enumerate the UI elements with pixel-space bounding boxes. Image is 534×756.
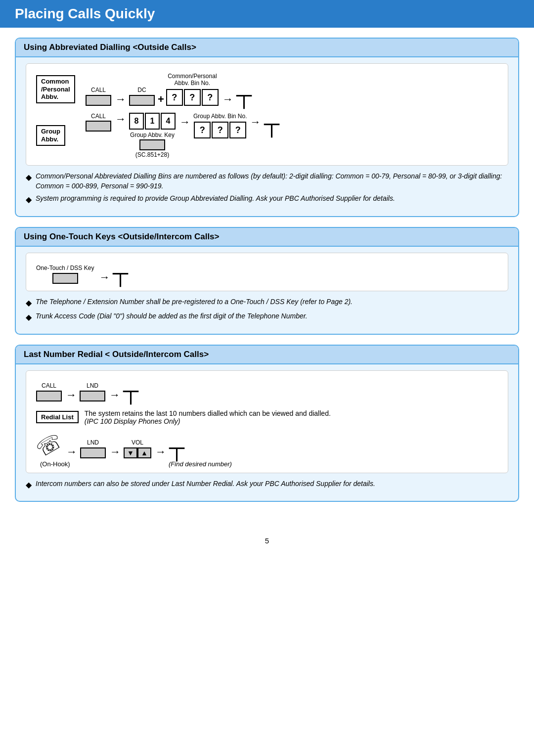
group-bin-q2: ? — [212, 122, 228, 138]
vol-up-key: ▲ — [137, 447, 151, 458]
arrow-10: → — [110, 445, 121, 458]
section1-notes: ◆ Common/Personal Abbreviated Dialling B… — [26, 172, 508, 206]
label-common-personal: Common /Personal Abbv. — [36, 75, 81, 103]
section-one-touch: Using One-Touch Keys <Outside/Intercom C… — [15, 227, 519, 335]
phone-onhook-icon: ☏ — [32, 428, 66, 462]
arrow-4: → — [179, 116, 190, 129]
phone-icon-4: ┬ — [123, 380, 138, 401]
onetouch-key — [52, 273, 78, 284]
arrow-8: → — [109, 389, 120, 401]
label-onhook: (On-Hook) — [40, 460, 129, 468]
label-group-abbv-key: Group Abbv. Key — [130, 132, 175, 138]
call-key-2 — [86, 121, 111, 132]
note-item: ◆ The Telephone / Extension Number shall… — [26, 297, 508, 309]
label-dc: DC — [137, 87, 146, 93]
lnd-key-1 — [80, 391, 105, 401]
call-key-1 — [86, 95, 111, 106]
vol-keys: ▼ ▲ — [124, 447, 151, 458]
phone-icon-5: ┬ — [169, 437, 184, 458]
section1-title: Using Abbreviated Dialling <Outside Call… — [16, 39, 518, 57]
vol-down-key: ▼ — [124, 447, 137, 458]
redial-list-note: The system retains the last 10 numbers d… — [85, 409, 331, 425]
arrow-11: → — [155, 445, 166, 458]
label-group-bin: Group Abbv. Bin No. — [193, 113, 247, 120]
label-lnd-1: LND — [87, 382, 98, 389]
note-item: ◆ Trunk Access Code (Dial "0") should be… — [26, 311, 508, 323]
plus-sign: + — [158, 93, 164, 106]
num-key-8: 8 — [129, 113, 144, 130]
diagram-redial: CALL → LND → ┬ Redial List The system — [26, 370, 508, 473]
page-title: Placing Calls Quickly — [0, 0, 534, 28]
note-item: ◆ System programming is required to prov… — [26, 194, 508, 205]
arrow-1: → — [115, 93, 126, 106]
redial-list-box: Redial List — [36, 411, 79, 423]
lnd-key-2 — [80, 447, 106, 458]
arrow-2: → — [222, 93, 233, 106]
abbv-bin-q1: ? — [166, 89, 183, 106]
diagram-onetouch: One-Touch / DSS Key → ┬ — [26, 253, 508, 291]
label-lnd-2: LND — [87, 439, 99, 446]
note-item: ◆ Intercom numbers can also be stored un… — [26, 479, 508, 490]
page-number: 5 — [0, 536, 534, 545]
group-abbv-key — [139, 139, 165, 150]
label-vol: VOL — [132, 439, 143, 446]
arrow-9: → — [66, 445, 77, 458]
section-last-number-redial: Last Number Redial < Outside/Intercom Ca… — [15, 345, 519, 502]
diagram-abbreviated: Common /Personal Abbv. CALL → DC + — [26, 63, 508, 166]
label-common-personal-2: Common/Personal Abbv. Bin No. — [168, 73, 217, 87]
abbv-bin-q3: ? — [202, 89, 219, 106]
group-bin-q1: ? — [194, 122, 211, 138]
section-abbreviated-dialling: Using Abbreviated Dialling <Outside Call… — [15, 38, 519, 217]
arrow-5: → — [250, 116, 261, 129]
label-find-number: (Find desired number) — [169, 460, 232, 468]
phone-icon-3: ┬ — [113, 262, 128, 284]
section3-title: Last Number Redial < Outside/Intercom Ca… — [16, 346, 518, 364]
label-call-1: CALL — [91, 87, 106, 93]
num-key-4: 4 — [161, 113, 176, 130]
phone-icon-2: ┬ — [264, 113, 279, 134]
label-group-abbv: Group Abbv. — [36, 125, 81, 145]
group-bin-q3: ? — [229, 122, 246, 138]
call-key-3 — [36, 391, 62, 401]
note-item: ◆ Common/Personal Abbreviated Dialling B… — [26, 172, 508, 191]
arrow-6: → — [99, 271, 110, 284]
label-call-2: CALL — [91, 113, 106, 120]
arrow-3: → — [115, 113, 126, 126]
section3-notes: ◆ Intercom numbers can also be stored un… — [26, 479, 508, 490]
abbv-bin-q2: ? — [184, 89, 201, 106]
section2-title: Using One-Touch Keys <Outside/Intercom C… — [16, 228, 518, 247]
sc-label: (SC.851+28) — [135, 151, 169, 158]
label-call-3: CALL — [42, 382, 56, 389]
phone-icon-1: ┬ — [236, 84, 252, 106]
section2-notes: ◆ The Telephone / Extension Number shall… — [26, 297, 508, 323]
dc-key — [129, 95, 155, 106]
arrow-7: → — [66, 389, 77, 401]
num-key-1: 1 — [145, 113, 160, 130]
label-onetouch-key: One-Touch / DSS Key — [36, 265, 94, 271]
